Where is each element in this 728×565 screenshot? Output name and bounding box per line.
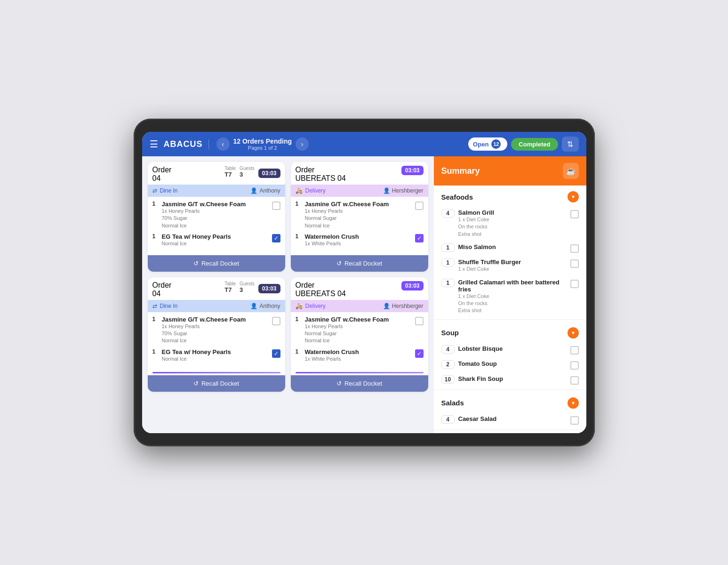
scroll-indicator <box>296 372 424 373</box>
summary-item-name: Caesar Salad <box>458 415 567 422</box>
summary-item-checkbox[interactable] <box>570 361 579 370</box>
summary-item: 4 Salmon Grill 1 x Diet CokeOn the rocks… <box>434 206 586 241</box>
summary-header-icon[interactable]: ☕ <box>563 163 579 179</box>
summary-item-qty: 2 <box>441 360 455 369</box>
item-name: Jasmine G/T w.Cheese Foam <box>162 201 269 208</box>
view-tabs: Open 12 Completed ⇅ <box>468 137 578 152</box>
summary-item-checkbox[interactable] <box>570 210 579 218</box>
app-header: ☰ ABACUS ‹ 12 Orders Pending Pages 1 of … <box>142 132 586 156</box>
item-quantity: 1 <box>296 316 302 323</box>
item-checkbox[interactable] <box>272 202 280 210</box>
order-item: 1 Jasmine G/T w.Cheese Foam 1x Honey Pea… <box>152 201 280 229</box>
summary-item-checkbox[interactable] <box>570 280 579 288</box>
summary-section-salads: Salads ▾ 4 Caesar Salad <box>434 392 586 430</box>
filter-button[interactable]: ⇅ <box>562 137 579 152</box>
summary-item-name: Shark Fin Soup <box>458 375 567 382</box>
section-toggle-button[interactable]: ▾ <box>568 327 579 339</box>
section-title: Soup <box>441 329 459 337</box>
recall-icon: ↺ <box>336 380 342 387</box>
summary-item-checkbox[interactable] <box>570 259 579 268</box>
item-quantity: 1 <box>296 348 302 355</box>
summary-item-name: Miso Salmon <box>458 243 567 250</box>
recall-icon: ↺ <box>336 260 342 267</box>
section-header: Soup ▾ <box>434 322 586 342</box>
item-quantity: 1 <box>296 201 302 207</box>
summary-item-checkbox[interactable] <box>570 244 579 253</box>
pagination-nav: ‹ 12 Orders Pending Pages 1 of 2 › <box>216 137 309 151</box>
section-title: Seafoods <box>441 193 473 201</box>
section-toggle-button[interactable]: ▾ <box>568 397 579 409</box>
item-checkbox[interactable] <box>415 317 424 325</box>
item-checkbox[interactable] <box>272 317 280 325</box>
summary-item-qty: 1 <box>441 243 455 252</box>
item-checkbox[interactable]: ✓ <box>415 234 424 242</box>
item-name: Watermelon Crush <box>305 348 412 355</box>
menu-icon[interactable]: ☰ <box>150 138 158 150</box>
recall-icon: ↺ <box>193 380 199 387</box>
summary-item-checkbox[interactable] <box>570 416 579 425</box>
item-name: EG Tea w/ Honey Pearls <box>162 348 269 355</box>
summary-item-checkbox[interactable] <box>570 346 579 355</box>
order-card: Order UBEREATS 04 03:03 🛵 Delivery 👤 Her… <box>291 277 428 392</box>
order-item: 1 Jasmine G/T w.Cheese Foam 1x Honey Pea… <box>296 316 424 345</box>
tablet-device: ☰ ABACUS ‹ 12 Orders Pending Pages 1 of … <box>134 119 595 446</box>
tablet-screen: ☰ ABACUS ‹ 12 Orders Pending Pages 1 of … <box>142 132 586 433</box>
main-content: Order 04 Table T7 Guests 3 03:03 ⇄ <box>142 156 586 433</box>
order-card: Order UBEREATS 04 03:03 🛵 Delivery 👤 Her… <box>291 162 428 272</box>
order-item: 1 Watermelon Crush 1x White Pearls ✓ <box>296 348 424 363</box>
next-page-button[interactable]: › <box>296 137 309 151</box>
recall-docket-button[interactable]: ↺ Recall Docket <box>148 255 285 272</box>
section-toggle-button[interactable]: ▾ <box>568 191 579 202</box>
tab-open-label: Open <box>473 141 488 148</box>
recall-docket-button[interactable]: ↺ Recall Docket <box>148 375 285 392</box>
item-name: Watermelon Crush <box>305 233 412 240</box>
order-card: Order 04 Table T7 Guests 3 03:03 ⇄ <box>148 277 285 392</box>
summary-section-seafoods: Seafoods ▾ 4 Salmon Grill 1 x Diet CokeO… <box>434 186 586 320</box>
summary-title: Summary <box>441 166 480 176</box>
item-quantity: 1 <box>152 201 159 207</box>
section-title: Salads <box>441 399 464 407</box>
summary-item: 1 Grilled Calamari with beer battered fr… <box>434 276 586 317</box>
summary-item-qty: 10 <box>441 375 455 384</box>
coffee-icon: ☕ <box>566 167 576 176</box>
summary-item-qty: 4 <box>441 345 455 354</box>
order-item: 1 Jasmine G/T w.Cheese Foam 1x Honey Pea… <box>152 316 280 345</box>
prev-page-button[interactable]: ‹ <box>216 137 230 151</box>
item-checkbox[interactable]: ✓ <box>415 349 424 358</box>
order-item: 1 EG Tea w/ Honey Pearls Normal Ice ✓ <box>152 348 280 363</box>
recall-icon: ↺ <box>193 260 199 267</box>
summary-item: 4 Caesar Salad <box>434 412 586 428</box>
summary-item-qty: 1 <box>441 279 455 287</box>
item-checkbox[interactable]: ✓ <box>272 349 280 358</box>
item-quantity: 1 <box>296 233 302 240</box>
orders-info: 12 Orders Pending Pages 1 of 2 <box>233 137 292 151</box>
item-checkbox[interactable]: ✓ <box>272 234 280 242</box>
order-item: 1 EG Tea w/ Honey Pearls Normal Ice ✓ <box>152 233 280 247</box>
orders-panel: Order 04 Table T7 Guests 3 03:03 ⇄ <box>142 156 434 433</box>
item-quantity: 1 <box>152 233 159 240</box>
item-quantity: 1 <box>152 316 159 323</box>
summary-item-name: Grilled Calamari with beer battered frie… <box>458 279 567 293</box>
tab-open[interactable]: Open 12 <box>468 137 507 151</box>
tab-completed[interactable]: Completed <box>511 138 558 151</box>
summary-item: 10 Shark Fin Soup <box>434 372 586 387</box>
section-header: Salads ▾ <box>434 392 586 412</box>
section-header: Seafoods ▾ <box>434 186 586 206</box>
item-quantity: 1 <box>152 348 159 355</box>
order-card: Order 04 Table T7 Guests 3 03:03 ⇄ <box>148 162 285 272</box>
summary-item: 4 Lobster Bisque <box>434 342 586 357</box>
summary-item: 1 Shuffle Truffle Burger 1 x Diet Coke <box>434 256 586 275</box>
summary-item-qty: 1 <box>441 258 455 267</box>
order-item: 1 Jasmine G/T w.Cheese Foam 1x Honey Pea… <box>296 201 424 229</box>
summary-section-soup: Soup ▾ 4 Lobster Bisque 2 Tomato Soup <box>434 322 586 390</box>
recall-docket-button[interactable]: ↺ Recall Docket <box>291 255 428 272</box>
summary-item-qty: 4 <box>441 209 455 218</box>
recall-docket-button[interactable]: ↺ Recall Docket <box>291 375 428 392</box>
item-checkbox[interactable] <box>415 202 424 210</box>
summary-header: Summary ☕ <box>434 156 586 186</box>
summary-item: 2 Tomato Soup <box>434 357 586 372</box>
summary-item-checkbox[interactable] <box>570 376 579 385</box>
item-name: Jasmine G/T w.Cheese Foam <box>305 316 412 323</box>
open-count-badge: 12 <box>491 139 501 149</box>
summary-item-name: Tomato Soup <box>458 360 567 367</box>
